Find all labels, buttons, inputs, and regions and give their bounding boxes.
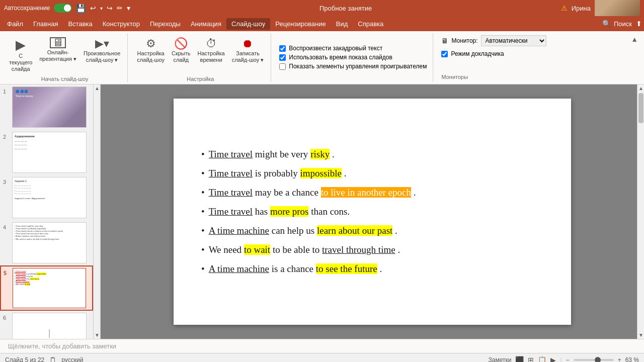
- menu-view[interactable]: Вид: [331, 18, 353, 30]
- btn-from-beginning-label: Стекущегослайда: [9, 53, 32, 73]
- btn-setup-slideshow[interactable]: ⚙ Настройкаслайд-шоу: [134, 35, 168, 65]
- editor-scroll-up[interactable]: ▲: [637, 84, 644, 92]
- slide-panel: 1 🔵 🔵 🔵 Time is money 2 Аудирование — — …: [0, 84, 101, 339]
- slide-item-5[interactable]: 5 • Time travel • Time travel is probabl…: [0, 265, 93, 311]
- slide-item-1[interactable]: 1 🔵 🔵 🔵 Time is money: [0, 84, 93, 130]
- checkbox-narration[interactable]: Воспроизвести закадровый текст: [279, 45, 427, 52]
- rehearse-icon: ⏱: [206, 37, 217, 50]
- menu-slideshow[interactable]: Слайд-шоу: [226, 18, 270, 30]
- btn-online-presentation[interactable]: 🖥 Онлайн-презентация ▾: [36, 35, 79, 64]
- more-tools-icon[interactable]: ✏: [117, 4, 123, 12]
- menu-home[interactable]: Главная: [28, 18, 63, 30]
- title-bar-left: Автосохранение 💾 ↩ ▾ ↪ ✏ ▾: [4, 4, 130, 13]
- hide-slide-icon: 🚫: [174, 37, 188, 50]
- editor-scrollbar-v: ▲ ▼: [637, 84, 644, 339]
- warning-icon: ⚠: [561, 4, 568, 12]
- btn-from-beginning[interactable]: ▶ Стекущегослайда: [6, 35, 35, 75]
- bullet-2-text: Time travel is probably impossible .: [209, 168, 347, 179]
- slide-item-3[interactable]: 3 Задание 1 • — — — — — — • — — — — — — …: [0, 175, 93, 220]
- btn-record[interactable]: ⏺ Записатьслайд-шоу ▾: [229, 35, 267, 65]
- setup-icon: ⚙: [146, 37, 156, 50]
- cb-timing[interactable]: [279, 54, 286, 61]
- autosave-toggle[interactable]: [54, 4, 72, 13]
- monitor-select[interactable]: Автоматически: [481, 35, 546, 46]
- view-slide-sorter-icon[interactable]: ⊞: [528, 356, 534, 362]
- btn-rehearse[interactable]: ⏱ Настройкавремени: [195, 35, 228, 65]
- bullet-2: • Time travel is probably impossible .: [201, 168, 543, 179]
- search-label[interactable]: Поиск: [614, 20, 632, 28]
- redo-icon[interactable]: ↪: [107, 4, 113, 12]
- bullet-6-text: We need to wait to be able to travel thr…: [209, 244, 400, 255]
- undo-icon[interactable]: ↩: [90, 4, 96, 12]
- menu-review[interactable]: Рецензирование: [270, 18, 331, 30]
- zoom-slider[interactable]: [574, 359, 614, 361]
- start-slideshow-buttons: ▶ Стекущегослайда 🖥 Онлайн-презентация ▾…: [6, 33, 123, 75]
- checkbox-timing[interactable]: Использовать время показа слайдов: [279, 54, 427, 61]
- b6-highlight1: to wait: [244, 244, 270, 255]
- notes-bar[interactable]: Щёлкните, чтобы добавить заметки: [0, 339, 644, 353]
- slide-thumb-2: Аудирование — — — — — — — — — — — —: [12, 132, 87, 173]
- undo-dropdown-icon[interactable]: ▾: [100, 6, 103, 11]
- status-bar: Слайд 5 из 22 🗒 русский Заметки ⬛ ⊞ 📋 ▶ …: [0, 353, 644, 362]
- title-bar-title: Пробное занятие: [319, 5, 372, 12]
- cb-media[interactable]: [279, 63, 286, 70]
- bullet-dot-4: •: [201, 206, 205, 217]
- checkbox-media[interactable]: Показать элементы управления проигрывате…: [279, 63, 427, 70]
- cb-narration-label: Воспроизвести закадровый текст: [289, 45, 382, 52]
- slide-thumb-6: |: [12, 313, 87, 339]
- bullet-dot-2: •: [201, 168, 205, 179]
- bullet-3: • Time travel may be a chance to live in…: [201, 187, 543, 198]
- slide-item-6[interactable]: 6 |: [0, 311, 93, 339]
- view-slideshow-icon[interactable]: ▶: [550, 356, 556, 362]
- slide-thumb-4: • Time travel might be very risky • Time…: [12, 222, 87, 263]
- btn-setup-label: Настройкаслайд-шоу: [137, 50, 165, 63]
- b3-mid: may be a chance: [255, 187, 321, 198]
- editor-scroll-down[interactable]: ▼: [637, 331, 644, 339]
- bullet-1: • Time travel might be very risky .: [201, 149, 543, 160]
- b7-machine: A time machine: [209, 263, 269, 274]
- view-normal-icon[interactable]: ⬛: [515, 356, 524, 362]
- language: русский: [61, 356, 83, 362]
- cb-presenter[interactable]: [441, 51, 448, 57]
- slide-number-3: 3: [3, 179, 10, 185]
- scroll-down-btn[interactable]: ▼: [94, 331, 100, 339]
- menu-help[interactable]: Справка: [353, 18, 388, 30]
- b6-underline: travel through time: [322, 244, 395, 255]
- btn-custom-slideshow[interactable]: ▶▾ Произвольноеслайд-шоу ▾: [80, 35, 123, 65]
- zoom-out-icon[interactable]: −: [566, 356, 570, 362]
- save-icon[interactable]: 💾: [76, 4, 86, 13]
- menu-file[interactable]: Файл: [2, 18, 28, 30]
- slide-panel-scrollbar: ▲ ▼: [93, 84, 100, 339]
- b6-mid: to be able to: [273, 244, 322, 255]
- ribbon-monitors-label: Мониторы: [441, 74, 549, 80]
- ribbon-group-settings: ⚙ Настройкаслайд-шоу 🚫 Скрытьслайд ⏱ Нас…: [130, 33, 271, 82]
- menu-animation[interactable]: Анимация: [186, 18, 226, 30]
- zoom-level[interactable]: 63 %: [625, 356, 639, 362]
- bullet-5: • A time machine can help us learn about…: [201, 225, 543, 236]
- notes-label[interactable]: Заметки: [489, 356, 512, 362]
- view-reading-icon[interactable]: 📋: [538, 356, 546, 362]
- avatar: [595, 0, 640, 16]
- slide-item-2[interactable]: 2 Аудирование — — — — — — — — — — — —: [0, 130, 93, 175]
- zoom-in-icon[interactable]: +: [618, 356, 621, 362]
- btn-hide-slide[interactable]: 🚫 Скрытьслайд: [169, 35, 194, 65]
- menu-transitions[interactable]: Переходы: [145, 18, 186, 30]
- slide-number-1: 1: [3, 88, 10, 95]
- cb-narration[interactable]: [279, 45, 286, 52]
- menu-insert[interactable]: Вставка: [63, 18, 97, 30]
- b3-time-travel: Time travel: [209, 187, 253, 198]
- checkbox-presenter[interactable]: Режим докладчика: [441, 50, 549, 57]
- customize-icon[interactable]: ▾: [127, 4, 130, 12]
- record-icon: ⏺: [242, 37, 253, 50]
- ribbon-group-start-label: Начать слайд-шоу: [41, 75, 89, 82]
- slide-4-content: • Time travel might be very risky • Time…: [15, 225, 84, 240]
- menu-design[interactable]: Конструктор: [98, 18, 145, 30]
- bullet-3-text: Time travel may be a chance to live in a…: [209, 187, 416, 198]
- slide-item-4[interactable]: 4 • Time travel might be very risky • Ti…: [0, 220, 93, 265]
- ribbon-collapse[interactable]: ▲: [629, 33, 640, 82]
- ribbon: ▶ Стекущегослайда 🖥 Онлайн-презентация ▾…: [0, 31, 644, 84]
- collapse-ribbon-icon[interactable]: ⬆: [636, 20, 642, 28]
- slide-canvas[interactable]: • Time travel might be very risky . • Ti…: [174, 99, 571, 325]
- scroll-up-btn[interactable]: ▲: [94, 84, 100, 92]
- b6-end: .: [397, 244, 400, 255]
